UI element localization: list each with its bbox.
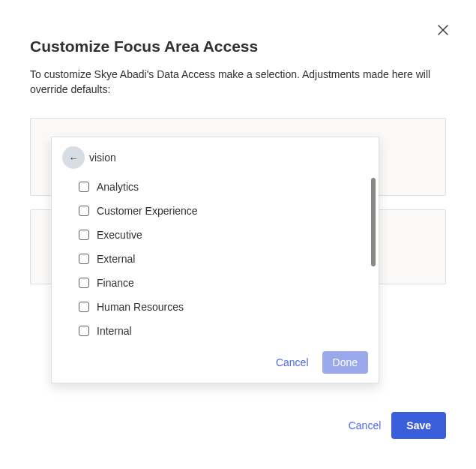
list-item[interactable]: Finance — [79, 271, 368, 295]
list-item[interactable]: Human Resources — [79, 295, 368, 319]
checkbox[interactable] — [79, 206, 89, 216]
list-item[interactable]: Executive — [79, 223, 368, 247]
dropdown-header-label: vision — [89, 152, 116, 164]
checkbox[interactable] — [79, 326, 89, 336]
list-item-label: Analytics — [97, 181, 139, 193]
back-button[interactable]: ← — [62, 146, 85, 169]
checkbox[interactable] — [79, 278, 89, 288]
dropdown-header: ← vision — [52, 137, 379, 175]
list-item-label: Human Resources — [97, 301, 184, 313]
dropdown-done-button[interactable]: Done — [322, 351, 368, 374]
dialog-description: To customize Skye Abadi's Data Access ma… — [30, 68, 435, 97]
list-item[interactable]: Customer Experience — [79, 199, 368, 223]
cancel-button[interactable]: Cancel — [349, 419, 382, 431]
dialog-footer: Cancel Save — [349, 412, 446, 439]
dropdown-popup: ← vision Analytics Customer Experience E… — [51, 137, 379, 383]
dialog-container: Customize Focus Area Access To customize… — [0, 0, 476, 469]
close-icon — [438, 25, 448, 35]
list-item-label: External — [97, 253, 135, 265]
checkbox[interactable] — [79, 182, 89, 192]
list-item[interactable]: Internal — [79, 319, 368, 341]
list-item-label: Finance — [97, 277, 134, 289]
dropdown-footer: Cancel Done — [52, 341, 379, 383]
checkbox[interactable] — [79, 230, 89, 240]
list-item[interactable]: External — [79, 247, 368, 271]
arrow-left-icon: ← — [69, 153, 79, 163]
checkbox[interactable] — [79, 254, 89, 264]
list-item[interactable]: Analytics — [79, 175, 368, 199]
list-item-label: Executive — [97, 229, 142, 241]
list-item-label: Customer Experience — [97, 205, 198, 217]
dropdown-list-container: Analytics Customer Experience Executive … — [52, 175, 379, 341]
checkbox[interactable] — [79, 302, 89, 312]
dialog-title: Customize Focus Area Access — [30, 38, 446, 56]
close-button[interactable] — [434, 21, 452, 39]
list-item-label: Internal — [97, 325, 132, 337]
scrollbar-thumb[interactable] — [371, 178, 376, 266]
save-button[interactable]: Save — [391, 412, 446, 439]
dropdown-cancel-button[interactable]: Cancel — [270, 352, 315, 373]
